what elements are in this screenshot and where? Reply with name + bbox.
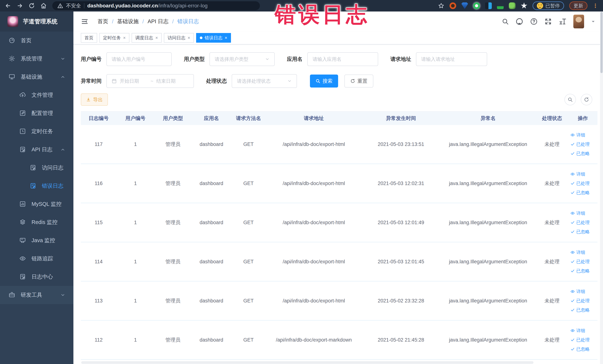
action-mark-processed-link[interactable]: 已处理 xyxy=(570,141,590,147)
tab-home[interactable]: 首页 xyxy=(81,33,97,43)
user-id-input[interactable] xyxy=(112,56,166,62)
back-icon[interactable] xyxy=(5,3,11,9)
process-status-select-input[interactable] xyxy=(237,78,285,84)
help-icon[interactable] xyxy=(530,18,538,25)
tab-access-log[interactable]: 访问日志× xyxy=(164,33,194,43)
end-date-input[interactable] xyxy=(156,78,184,84)
action-mark-ignored-link[interactable]: 已忽略 xyxy=(570,346,590,352)
user-avatar[interactable] xyxy=(573,15,584,28)
forward-icon[interactable] xyxy=(17,3,23,9)
github-icon[interactable] xyxy=(515,18,523,25)
action-detail-link[interactable]: 详细 xyxy=(570,132,585,138)
sidebar-item-scheduled-job[interactable]: 定时任务 xyxy=(0,122,73,141)
chrome-menu-dots-icon[interactable] xyxy=(593,3,598,9)
sidebar-item-mysql-monitor[interactable]: MySQL 监控 xyxy=(0,195,73,213)
action-mark-ignored-link[interactable]: 已忽略 xyxy=(570,307,590,313)
action-detail-link[interactable]: 详细 xyxy=(570,249,585,255)
user-type-select[interactable] xyxy=(209,52,275,66)
action-mark-processed-link[interactable]: 已处理 xyxy=(570,180,590,186)
action-mark-processed-link[interactable]: 已处理 xyxy=(570,220,590,225)
action-mark-processed-link[interactable]: 已处理 xyxy=(570,337,590,343)
scrollbar-thumb[interactable] xyxy=(600,12,603,73)
action-mark-processed-link[interactable]: 已处理 xyxy=(570,298,590,304)
action-detail-link[interactable]: 详细 xyxy=(570,328,585,334)
request-url-input[interactable] xyxy=(421,56,482,62)
tab-job-log[interactable]: 调度日志× xyxy=(132,33,162,43)
home-icon[interactable] xyxy=(40,3,47,9)
refresh-table-button[interactable] xyxy=(581,94,592,105)
header-search-icon[interactable] xyxy=(502,18,509,25)
sidebar-item-error-log[interactable]: 错误日志 xyxy=(0,177,73,195)
search-icon xyxy=(315,79,320,83)
action-mark-ignored-link[interactable]: 已忽略 xyxy=(570,268,590,274)
sidebar-item-log-center[interactable]: 日志中心 xyxy=(0,268,73,286)
action-mark-processed-link[interactable]: 已处理 xyxy=(570,259,590,265)
exception-time-range-picker[interactable]: ~ xyxy=(106,74,194,88)
overlay-annotation: 错误日志 xyxy=(275,0,370,29)
sidebar-item-home[interactable]: 首页 xyxy=(0,32,73,50)
fullscreen-icon[interactable] xyxy=(545,18,552,25)
update-badge[interactable]: 更新 xyxy=(569,1,587,10)
action-detail-link[interactable]: 详细 xyxy=(570,210,585,216)
sidebar-item-tracing[interactable]: 链路追踪 xyxy=(0,250,73,268)
app-name-input[interactable] xyxy=(313,56,373,62)
action-detail-link[interactable]: 详细 xyxy=(570,171,585,177)
close-icon[interactable]: × xyxy=(155,35,158,40)
user-type-select-input[interactable] xyxy=(215,56,263,62)
profile-paused-badge[interactable]: 已暂停 xyxy=(533,1,564,10)
sidebar-item-label: 访问日志 xyxy=(42,164,63,172)
font-size-icon[interactable] xyxy=(558,18,567,25)
sidebar-item-infra[interactable]: 基础设施 xyxy=(0,68,73,86)
action-mark-ignored-link[interactable]: 已忽略 xyxy=(570,151,590,156)
sidebar-item-dev-tools[interactable]: 研发工具 xyxy=(0,286,73,304)
close-icon[interactable]: × xyxy=(188,35,190,40)
breadcrumb-item[interactable]: 首页 xyxy=(97,18,108,25)
action-mark-ignored-link[interactable]: 已忽略 xyxy=(570,190,590,196)
close-icon[interactable]: × xyxy=(225,35,227,40)
refresh-icon[interactable] xyxy=(29,3,35,9)
extension-sprout-icon[interactable] xyxy=(509,2,515,9)
sidebar-item-system-mgmt[interactable]: 系统管理 xyxy=(0,50,73,68)
sidebar-logo[interactable]: 芋道管理系统 xyxy=(0,12,73,32)
dashboard-icon xyxy=(9,37,16,44)
cell-status: 未处理 xyxy=(536,258,568,265)
extension-puzzle-icon[interactable] xyxy=(521,2,527,9)
cell-actions: 详细已处理已忽略 xyxy=(568,249,598,274)
avatar-caret-down-icon[interactable] xyxy=(591,19,596,24)
sidebar-item-api-log[interactable]: API 日志 xyxy=(0,141,73,159)
extension-grid-icon[interactable] xyxy=(485,2,492,9)
page-scrollbar[interactable] xyxy=(600,12,603,364)
horizontal-scrollbar[interactable] xyxy=(81,361,533,364)
hamburger-icon[interactable] xyxy=(81,18,89,25)
cell-time: 2021-05-02 21:45:28 xyxy=(362,337,440,343)
extension-check-icon[interactable] xyxy=(473,2,480,9)
tab-error-log[interactable]: 错误日志× xyxy=(196,33,231,43)
export-button[interactable]: 导出 xyxy=(81,94,108,106)
sidebar-item-redis-monitor[interactable]: Redis 监控 xyxy=(0,213,73,231)
breadcrumb-item[interactable]: 基础设施 xyxy=(117,18,139,25)
action-detail-link[interactable]: 详细 xyxy=(570,289,585,294)
emoji-face-icon xyxy=(537,3,543,9)
sidebar-item-config-mgmt[interactable]: 配置管理 xyxy=(0,104,73,122)
sidebar-item-java-monitor[interactable]: Java 监控 xyxy=(0,231,73,250)
toggle-search-button[interactable] xyxy=(564,94,576,105)
url-bar[interactable]: 不安全 dashboard.yudao.iocoder.cn/infra/log… xyxy=(52,1,260,10)
tab-job[interactable]: 定时任务× xyxy=(99,33,129,43)
close-icon[interactable]: × xyxy=(123,35,126,40)
breadcrumb-item[interactable]: API 日志 xyxy=(148,18,169,25)
cell-user_type: 管理员 xyxy=(154,141,191,148)
sidebar-item-file-mgmt[interactable]: 文件管理 xyxy=(0,86,73,104)
sidebar-item-access-log[interactable]: 访问日志 xyxy=(0,159,73,177)
cell-actions: 详细已处理已忽略 xyxy=(568,210,598,235)
process-status-select[interactable] xyxy=(232,74,297,88)
search-button[interactable]: 搜索 xyxy=(310,75,338,88)
reset-button[interactable]: 重置 xyxy=(344,75,373,88)
extension-on-icon[interactable] xyxy=(497,2,504,9)
start-date-input[interactable] xyxy=(120,78,148,84)
cell-status: 未处理 xyxy=(536,180,568,187)
action-mark-ignored-link[interactable]: 已忽略 xyxy=(570,229,590,235)
extension-ublock-icon[interactable] xyxy=(450,2,456,9)
sidebar-item-label: 链路追踪 xyxy=(32,255,53,262)
extension-shield-icon[interactable] xyxy=(461,2,468,9)
bookmark-star-icon[interactable] xyxy=(438,3,444,9)
